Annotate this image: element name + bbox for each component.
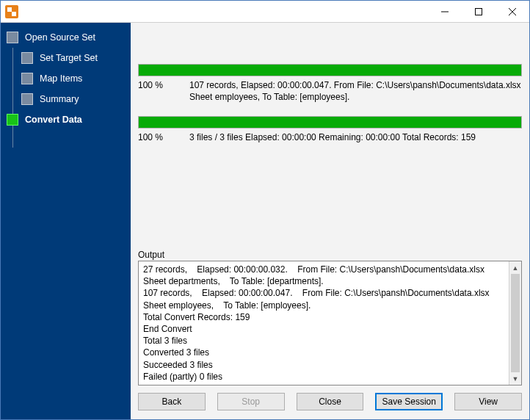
file-progress-details: 107 records, Elapsed: 00:00:00.047. From… — [189, 79, 522, 103]
main-panel: 100 % 107 records, Elapsed: 00:00:00.047… — [131, 23, 529, 419]
total-progress-bar — [138, 116, 522, 128]
step-label: Summary — [40, 94, 79, 104]
step-convert-data[interactable]: Convert Data — [1, 109, 131, 130]
maximize-button[interactable] — [462, 1, 495, 22]
output-box: 27 records, Elapsed: 00:00:00.032. From … — [138, 261, 522, 385]
close-window-button[interactable] — [495, 1, 529, 22]
output-label: Output — [138, 250, 522, 260]
file-progress-bar — [138, 64, 522, 76]
step-node-active-icon — [7, 114, 18, 126]
button-bar: Back Stop Close Save Session View — [138, 385, 522, 413]
step-open-source-set[interactable]: Open Source Set — [1, 27, 131, 48]
step-summary[interactable]: Summary — [1, 89, 131, 109]
step-node-icon — [21, 93, 33, 105]
scroll-thumb[interactable] — [511, 274, 520, 372]
step-node-icon — [21, 52, 33, 64]
step-set-target-set[interactable]: Set Target Set — [1, 48, 131, 68]
save-session-button[interactable]: Save Session — [375, 393, 443, 410]
close-button[interactable]: Close — [297, 393, 364, 410]
titlebar — [1, 1, 529, 23]
step-node-icon — [7, 32, 18, 43]
minimize-button[interactable] — [428, 1, 462, 22]
scroll-up-icon[interactable]: ▲ — [509, 261, 521, 274]
step-label: Convert Data — [25, 115, 82, 125]
step-node-icon — [21, 73, 33, 84]
scroll-down-icon[interactable]: ▼ — [509, 372, 521, 385]
app-icon — [5, 5, 18, 18]
total-progress-block: 100 % 3 files / 3 files Elapsed: 00:00:0… — [138, 116, 522, 143]
view-button[interactable]: View — [454, 393, 522, 410]
step-map-items[interactable]: Map Items — [1, 68, 131, 89]
scroll-track[interactable] — [509, 274, 521, 372]
total-progress-details: 3 files / 3 files Elapsed: 00:00:00 Rema… — [189, 131, 522, 143]
wizard-steps-sidebar: Open Source Set Set Target Set Map Items… — [1, 23, 131, 419]
total-progress-percent: 100 % — [138, 131, 189, 143]
output-scrollbar[interactable]: ▲ ▼ — [509, 261, 521, 385]
step-label: Open Source Set — [25, 32, 95, 43]
window-controls — [428, 1, 529, 22]
output-text[interactable]: 27 records, Elapsed: 00:00:00.032. From … — [139, 261, 509, 385]
step-label: Set Target Set — [40, 53, 98, 63]
stop-button: Stop — [217, 393, 285, 410]
svg-rect-1 — [476, 8, 482, 15]
back-button[interactable]: Back — [138, 393, 206, 410]
file-progress-block: 100 % 107 records, Elapsed: 00:00:00.047… — [138, 64, 522, 103]
file-progress-percent: 100 % — [138, 79, 189, 103]
step-label: Map Items — [40, 73, 82, 84]
